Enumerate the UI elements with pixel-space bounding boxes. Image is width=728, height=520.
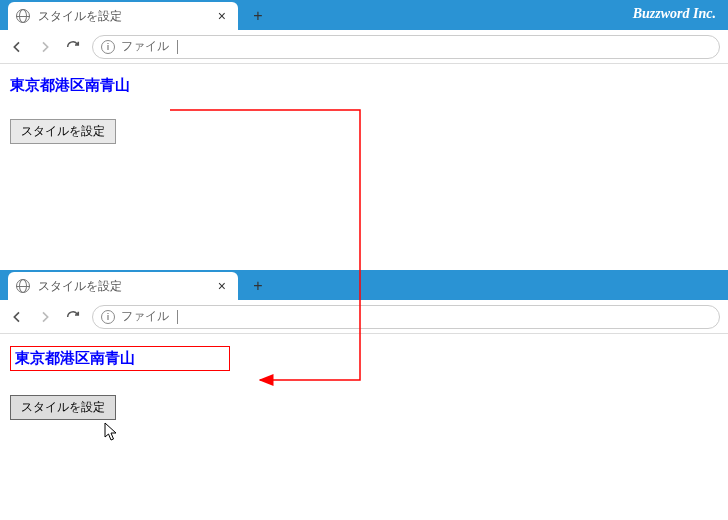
browser-toolbar-1: i ファイル — [0, 30, 728, 64]
new-tab-button[interactable]: + — [244, 2, 272, 30]
address-bar[interactable]: i ファイル — [92, 305, 720, 329]
info-icon: i — [101, 40, 115, 54]
browser-tabstrip-2: スタイルを設定 × + — [0, 270, 728, 300]
back-button[interactable] — [8, 308, 26, 326]
browser-tab-1[interactable]: スタイルを設定 × — [8, 2, 238, 30]
address-text: ファイル — [121, 38, 169, 55]
text-caret — [177, 40, 178, 54]
set-style-button-1[interactable]: スタイルを設定 — [10, 119, 116, 144]
browser-tab-2[interactable]: スタイルを設定 × — [8, 272, 238, 300]
brand-label: Buzzword Inc. — [633, 6, 716, 22]
forward-button — [36, 308, 54, 326]
reload-button[interactable] — [64, 38, 82, 56]
globe-icon — [16, 279, 30, 293]
info-icon: i — [101, 310, 115, 324]
forward-button — [36, 38, 54, 56]
browser-tabstrip-1: Buzzword Inc. スタイルを設定 × + — [0, 0, 728, 30]
page-content-1: 東京都港区南青山 スタイルを設定 — [0, 64, 728, 156]
tab-title: スタイルを設定 — [38, 8, 208, 25]
new-tab-button[interactable]: + — [244, 272, 272, 300]
tab-title: スタイルを設定 — [38, 278, 208, 295]
set-style-button-2[interactable]: スタイルを設定 — [10, 395, 116, 420]
close-icon[interactable]: × — [216, 8, 228, 24]
address-paragraph-1: 東京都港区南青山 — [10, 76, 130, 95]
globe-icon — [16, 9, 30, 23]
page-content-2: 東京都港区南青山 スタイルを設定 — [0, 334, 728, 432]
browser-toolbar-2: i ファイル — [0, 300, 728, 334]
address-paragraph-2: 東京都港区南青山 — [10, 346, 230, 371]
back-button[interactable] — [8, 38, 26, 56]
address-bar[interactable]: i ファイル — [92, 35, 720, 59]
text-caret — [177, 310, 178, 324]
reload-button[interactable] — [64, 308, 82, 326]
address-text: ファイル — [121, 308, 169, 325]
close-icon[interactable]: × — [216, 278, 228, 294]
